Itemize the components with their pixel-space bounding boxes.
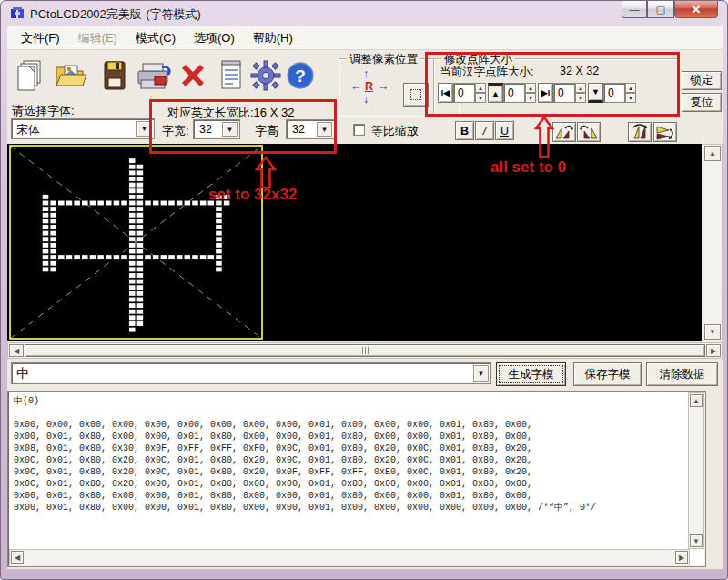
new-document-button[interactable] xyxy=(13,56,49,95)
scroll-left-icon[interactable]: ◀ xyxy=(9,344,24,357)
menu-edit[interactable]: 编辑(E) xyxy=(70,26,126,50)
right-edge-value[interactable]: 0 xyxy=(553,83,575,103)
scroll-thumb[interactable] xyxy=(25,344,705,357)
left-edge-value[interactable]: 0 xyxy=(453,83,475,103)
help-icon[interactable]: ? xyxy=(282,56,318,95)
char-height-arrow-icon[interactable]: ▼ xyxy=(317,122,332,137)
output-textarea[interactable]: 中(0) 0x00, 0x00, 0x00, 0x00, 0x00, 0x00,… xyxy=(7,391,706,567)
italic-button[interactable]: / xyxy=(475,121,494,140)
save-font-button[interactable]: 保存字模 xyxy=(573,362,642,386)
rotate-r-icon[interactable]: R xyxy=(365,80,373,93)
matrix-dot xyxy=(216,213,222,218)
output-vscrollbar[interactable]: ▲ ▼ xyxy=(688,392,704,549)
scroll-down-icon[interactable]: ▼ xyxy=(690,534,703,547)
save-button[interactable] xyxy=(96,56,133,95)
title-bar[interactable]: PCtoLCD2002完美版-(字符模式) — ▢ ✕ xyxy=(1,1,727,26)
right-edge-icon[interactable]: ▶I xyxy=(538,83,553,103)
matrix-dot xyxy=(137,177,144,181)
scale-checkbox[interactable] xyxy=(353,124,365,136)
dot-matrix-canvas[interactable] xyxy=(7,144,702,341)
char-width-label: 字宽: xyxy=(162,123,189,139)
char-width-combo[interactable]: 32 ▼ xyxy=(193,119,240,139)
bottom-edge-spin[interactable]: ▲▼ xyxy=(625,83,636,103)
flip-vertical-button[interactable] xyxy=(628,122,652,142)
lock-button[interactable]: 锁定 xyxy=(682,71,722,90)
bold-button[interactable]: B xyxy=(455,121,474,140)
menu-help[interactable]: 帮助(H) xyxy=(245,26,301,50)
matrix-dot xyxy=(50,237,56,241)
matrix-dot xyxy=(137,195,144,199)
scroll-right-icon[interactable]: ▶ xyxy=(675,551,688,564)
matrix-dot xyxy=(90,255,96,259)
flip-horizontal-icon xyxy=(655,124,675,140)
reset-button[interactable]: 复位 xyxy=(682,93,722,112)
settings-gear-icon[interactable] xyxy=(248,56,284,95)
rotate-right-button[interactable] xyxy=(577,122,601,142)
top-edge-value[interactable]: 0 xyxy=(503,83,525,103)
app-icon xyxy=(10,6,25,21)
center-glyph-icon xyxy=(410,89,421,100)
char-width-arrow-icon[interactable]: ▼ xyxy=(222,122,238,137)
matrix-size-group: 修改点阵大小 当前汉字点阵大小: 32 X 32 I◀ 0 ▲▼ ▲ 0 ▲▼ … xyxy=(433,58,679,116)
matrix-dot xyxy=(137,188,144,193)
client-area: 文件(F) 编辑(E) 模式(C) 选项(O) 帮助(H) xyxy=(7,26,723,569)
left-edge-spin[interactable]: ▲▼ xyxy=(475,83,486,103)
open-file-button[interactable] xyxy=(53,56,89,95)
char-height-combo[interactable]: 32 ▼ xyxy=(286,119,335,139)
matrix-dot xyxy=(177,255,183,259)
matrix-dot xyxy=(216,267,222,271)
move-up-icon[interactable]: ↑ xyxy=(363,67,369,80)
matrix-dot xyxy=(43,201,49,206)
close-button[interactable]: ✕ xyxy=(674,1,718,18)
matrix-dot xyxy=(129,195,136,199)
matrix-dot xyxy=(129,237,136,241)
char-combo[interactable]: 中 ▼ xyxy=(11,362,491,384)
output-hscrollbar[interactable]: ◀ ▶ xyxy=(9,549,690,565)
left-edge-icon[interactable]: I◀ xyxy=(438,83,453,103)
font-combo[interactable]: 宋体 ▼ xyxy=(11,118,155,139)
generate-font-button[interactable]: 生成字模 xyxy=(496,362,566,386)
matrix-dot xyxy=(137,243,144,248)
spinner-left-edge: I◀ 0 ▲▼ xyxy=(438,83,486,103)
menu-mode[interactable]: 模式(C) xyxy=(127,26,184,50)
move-left-icon[interactable]: ← xyxy=(350,80,362,93)
menu-file[interactable]: 文件(F) xyxy=(13,26,68,50)
top-edge-spin[interactable]: ▲▼ xyxy=(525,83,536,103)
spinner-right-edge: ▶I 0 ▲▼ xyxy=(538,83,586,103)
scroll-down-icon[interactable]: ▼ xyxy=(704,324,721,340)
scroll-up-icon[interactable]: ▲ xyxy=(704,146,721,161)
center-glyph-button[interactable] xyxy=(403,83,429,107)
move-down-icon[interactable]: ↓ xyxy=(363,93,369,106)
underline-button[interactable]: U xyxy=(495,121,514,140)
matrix-dot xyxy=(137,213,144,218)
scroll-right-icon[interactable]: ▶ xyxy=(706,344,721,357)
menu-options[interactable]: 选项(O) xyxy=(186,26,243,50)
top-edge-icon[interactable]: ▲ xyxy=(488,83,503,103)
delete-icon[interactable] xyxy=(175,56,211,95)
rotate-left-button[interactable] xyxy=(552,122,576,142)
notes-button[interactable] xyxy=(213,56,249,95)
canvas-vscrollbar[interactable]: ▲ ▼ xyxy=(703,144,723,341)
matrix-dot xyxy=(137,231,144,236)
canvas-hscrollbar[interactable]: ◀ ▶ xyxy=(7,342,723,359)
matrix-dot xyxy=(216,207,222,211)
scroll-up-icon[interactable]: ▲ xyxy=(690,394,703,407)
maximize-button[interactable]: ▢ xyxy=(647,1,674,18)
char-combo-arrow-icon[interactable]: ▼ xyxy=(473,365,489,382)
annotation-note-1: set to 32x32 xyxy=(208,186,297,204)
clear-data-button[interactable]: 清除数据 xyxy=(646,362,718,386)
move-right-icon[interactable]: → xyxy=(378,80,389,93)
minimize-button[interactable]: — xyxy=(622,1,647,18)
bottom-edge-value[interactable]: 0 xyxy=(603,83,625,103)
matrix-dot xyxy=(50,225,56,229)
export-print-button[interactable] xyxy=(133,56,177,95)
scroll-left-icon[interactable]: ◀ xyxy=(11,551,24,564)
flip-horizontal-button[interactable] xyxy=(653,122,677,142)
matrix-dot xyxy=(129,158,136,163)
right-edge-spin[interactable]: ▲▼ xyxy=(575,83,586,103)
bottom-edge-icon[interactable]: ▼ xyxy=(588,83,603,103)
font-combo-arrow-icon[interactable]: ▼ xyxy=(136,121,152,137)
matrix-dot xyxy=(137,249,144,254)
matrix-dot xyxy=(153,255,159,259)
matrix-dot xyxy=(137,303,144,308)
